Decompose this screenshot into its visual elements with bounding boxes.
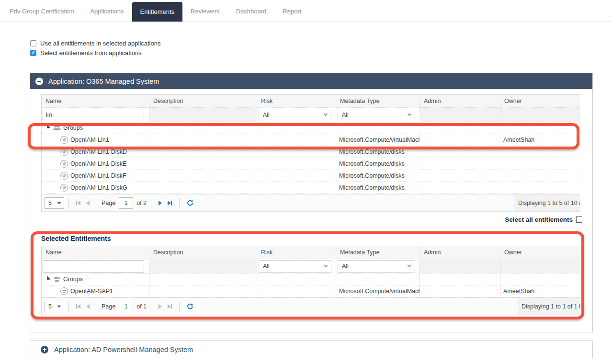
name-filter-input[interactable] <box>43 260 144 273</box>
description-filter-cell <box>149 108 257 122</box>
risk-filter-select[interactable]: All <box>259 109 331 121</box>
select-entitlements-checkbox[interactable]: ✓ <box>30 50 36 56</box>
o365-displaying-status: Displaying 1 to 5 of 10 items <box>514 194 580 211</box>
entitlement-name: OpenIAM-Lin1-DiskE <box>70 160 126 167</box>
col-header-description[interactable]: Description <box>149 95 257 108</box>
next-page-icon[interactable] <box>156 304 165 309</box>
last-page-icon[interactable] <box>165 201 175 205</box>
entitlement-name: OpenIAM-Lin1-DiskD <box>70 148 127 155</box>
tree-expand-icon[interactable] <box>45 276 50 281</box>
first-page-icon[interactable] <box>73 201 83 205</box>
metadata-filter-select[interactable]: All <box>338 109 415 121</box>
expand-plus-icon[interactable] <box>41 346 48 353</box>
selected-entitlements-heading: Selected Entitlements <box>41 235 592 242</box>
collapse-minus-icon[interactable] <box>35 78 43 85</box>
checkmark-icon: ✓ <box>31 50 35 55</box>
entitlement-row-openiam-lin1-diskg[interactable]: OpenIAM-Lin1-DiskG Microsoft.Compute/dis… <box>42 182 580 194</box>
col-header-description[interactable]: Description <box>149 246 257 259</box>
last-page-icon[interactable] <box>165 304 175 309</box>
selected-displaying-status: Displaying 1 to 1 of 1 items <box>518 298 580 315</box>
prev-page-icon[interactable] <box>83 304 92 309</box>
ad-powershell-application-panel[interactable]: Application: AD Powershell Managed Syste… <box>30 340 593 359</box>
risk-filter-value: All <box>263 112 270 118</box>
chevron-down-icon <box>57 200 61 204</box>
tree-root-row[interactable]: Groups <box>42 273 580 285</box>
metadata-filter-value: All <box>342 263 349 270</box>
entitlement-name: OpenIAM-Lin1-DiskG <box>70 184 127 191</box>
owner-filter-cell <box>500 259 580 273</box>
col-header-risk[interactable]: Risk <box>257 246 336 259</box>
entitlement-owner <box>500 158 580 170</box>
admin-filter-cell <box>420 259 500 273</box>
page-size-select[interactable]: 5 <box>45 197 64 209</box>
col-header-owner[interactable]: Owner <box>500 95 580 108</box>
entitlement-row-openiam-sap1[interactable]: OpenIAM-SAP1 Microsoft.Compute/virtualMa… <box>42 285 580 297</box>
entitlement-owner <box>500 182 580 194</box>
page-number-input[interactable] <box>119 301 133 312</box>
group-item-icon <box>60 136 68 144</box>
risk-filter-value: All <box>263 263 270 270</box>
entitlement-row-openiam-lin1-diskf[interactable]: OpenIAM-Lin1-DiskF Microsoft.Compute/dis… <box>42 170 580 182</box>
col-header-name[interactable]: Name <box>42 95 149 108</box>
page-label: Page <box>102 200 115 206</box>
first-page-icon[interactable] <box>73 304 83 309</box>
tab-reviewers[interactable]: Reviewers <box>182 1 228 22</box>
tab-priv-group-certification[interactable]: Priv Group Certification <box>1 1 82 22</box>
prev-page-icon[interactable] <box>83 201 92 205</box>
entitlement-metadata: Microsoft.Compute/disks <box>336 182 420 194</box>
entitlement-row-openiam-lin1-diske[interactable]: OpenIAM-Lin1-DiskE Microsoft.Compute/dis… <box>42 158 580 170</box>
tab-report[interactable]: Report <box>274 1 309 22</box>
group-item-icon <box>60 287 68 295</box>
metadata-filter-select[interactable]: All <box>338 260 415 273</box>
next-page-icon[interactable] <box>156 201 165 205</box>
page-number-input[interactable] <box>119 197 133 209</box>
chevron-down-icon <box>324 263 328 267</box>
selected-paging-toolbar: 5 Page of 1 <box>42 297 580 315</box>
page-count-label: of 2 <box>136 200 147 206</box>
entitlement-metadata: Microsoft.Compute/disks <box>336 170 420 182</box>
page-size-select[interactable]: 5 <box>45 301 64 312</box>
name-filter-input[interactable] <box>43 109 144 121</box>
page-label: Page <box>102 303 115 310</box>
entitlement-row-openiam-lin1-diskd[interactable]: OpenIAM-Lin1-DiskD Microsoft.Compute/dis… <box>42 146 580 158</box>
select-all-label: Select all entitlements <box>505 216 573 223</box>
ad-panel-title: Application: AD Powershell Managed Syste… <box>54 346 193 353</box>
o365-panel-header[interactable]: Application: O365 Managed System <box>30 73 592 89</box>
col-header-metadata-type[interactable]: Metadata Type <box>336 246 420 259</box>
select-all-row: Select all entitlements <box>41 216 582 223</box>
col-header-admin[interactable]: Admin <box>420 246 500 259</box>
entitlement-metadata: Microsoft.Compute/disks <box>336 146 420 158</box>
o365-table-header: Name Description Risk Metadata Type Admi… <box>42 95 580 108</box>
risk-filter-select[interactable]: All <box>259 260 331 273</box>
col-header-owner[interactable]: Owner <box>500 246 580 259</box>
col-header-risk[interactable]: Risk <box>257 95 336 108</box>
tab-entitlements[interactable]: Entitlements <box>132 2 183 22</box>
tree-expand-icon[interactable] <box>45 125 50 130</box>
group-item-icon <box>60 160 68 168</box>
tree-root-row[interactable]: Groups <box>42 122 580 134</box>
entitlement-metadata: Microsoft.Compute/virtualMachines <box>336 285 420 297</box>
description-filter-cell <box>149 259 257 273</box>
col-header-metadata-type[interactable]: Metadata Type <box>336 95 420 108</box>
admin-filter-cell <box>420 108 500 122</box>
select-entitlements-label: Select entitlements from applications <box>40 49 142 57</box>
col-header-name[interactable]: Name <box>42 246 149 259</box>
refresh-icon[interactable] <box>184 200 196 206</box>
entitlement-owner <box>500 170 580 182</box>
entitlement-metadata: Microsoft.Compute/disks <box>336 158 420 170</box>
select-all-checkbox[interactable] <box>576 216 582 223</box>
entitlement-owner: AmeetShah <box>500 285 580 297</box>
owner-filter-cell <box>500 108 580 122</box>
group-item-icon <box>60 148 68 156</box>
tab-dashboard[interactable]: Dashboard <box>228 1 275 22</box>
refresh-icon[interactable] <box>184 303 196 310</box>
entitlement-row-openiam-lin1[interactable]: OpenIAM-Lin1 Microsoft.Compute/virtualMa… <box>42 134 580 146</box>
use-all-entitlements-checkbox[interactable] <box>30 40 36 46</box>
tab-applications[interactable]: Applications <box>82 1 132 22</box>
entitlement-owner <box>500 146 580 158</box>
o365-panel-title: Application: O365 Managed System <box>48 78 159 85</box>
tab-bar: Priv Group Certification Applications En… <box>0 0 612 22</box>
o365-filter-row: All All <box>42 108 580 122</box>
entitlement-name: OpenIAM-SAP1 <box>70 288 113 295</box>
col-header-admin[interactable]: Admin <box>420 95 500 108</box>
